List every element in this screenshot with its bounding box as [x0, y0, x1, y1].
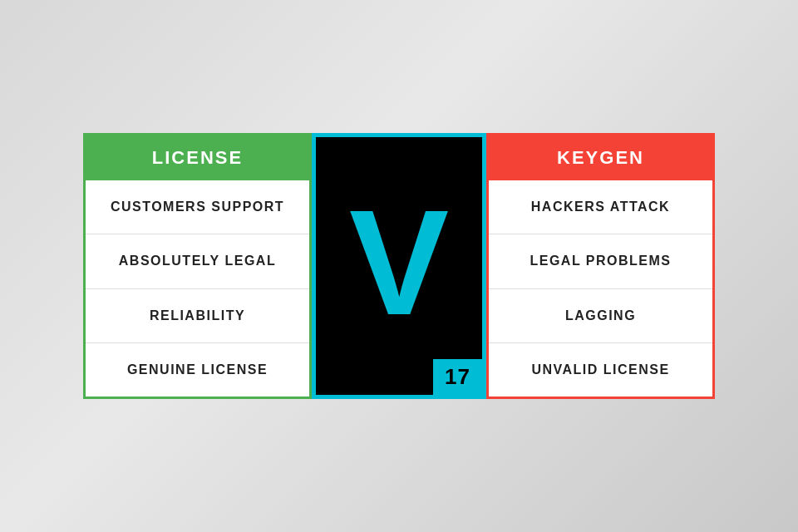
keygen-item-2: LEGAL PROBLEMS — [489, 234, 712, 288]
license-item-3: RELIABILITY — [86, 289, 309, 343]
keygen-item-3: LAGGING — [489, 289, 712, 343]
comparison-container: LICENSE CUSTOMERS SUPPORT ABSOLUTELY LEG… — [83, 133, 715, 399]
keygen-items-list: HACKERS ATTACK LEGAL PROBLEMS LAGGING UN… — [489, 180, 712, 397]
keygen-header: KEYGEN — [489, 135, 712, 180]
keygen-item-4: UNVALID LICENSE — [489, 343, 712, 397]
keygen-item-1: HACKERS ATTACK — [489, 180, 712, 234]
license-column: LICENSE CUSTOMERS SUPPORT ABSOLUTELY LEG… — [83, 133, 312, 399]
version-badge: 17 — [433, 359, 482, 395]
license-header: LICENSE — [86, 135, 309, 180]
license-item-1: CUSTOMERS SUPPORT — [86, 180, 309, 234]
license-item-2: ABSOLUTELY LEGAL — [86, 234, 309, 288]
center-logo: V 17 — [312, 133, 486, 399]
keygen-column: KEYGEN HACKERS ATTACK LEGAL PROBLEMS LAG… — [486, 133, 715, 399]
v-letter: V — [349, 188, 449, 337]
license-item-4: GENUINE LICENSE — [86, 343, 309, 397]
license-items-list: CUSTOMERS SUPPORT ABSOLUTELY LEGAL RELIA… — [86, 180, 309, 397]
